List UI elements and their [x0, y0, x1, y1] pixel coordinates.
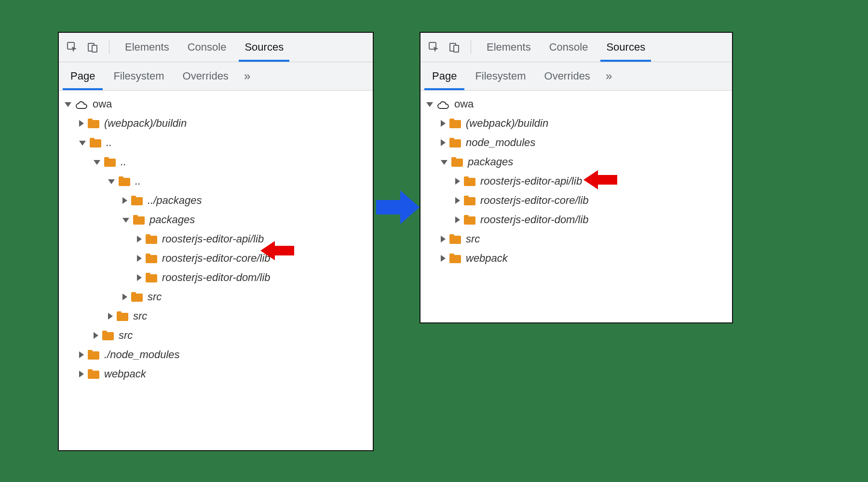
folder-icon — [146, 273, 157, 282]
disclosure-open-icon[interactable] — [108, 179, 115, 184]
folder-icon — [88, 350, 99, 360]
disclosure-closed-icon[interactable] — [79, 120, 84, 127]
tree-label: webpack — [104, 368, 146, 380]
tree-label: src — [133, 310, 147, 322]
tree-row[interactable]: roosterjs-editor-core/lib — [63, 249, 369, 268]
devtools-panel-left: Elements Console Sources Page Filesystem… — [58, 32, 374, 451]
cloud-icon — [437, 100, 449, 108]
toolbar-separator — [471, 40, 471, 54]
subtab-more-icon[interactable]: » — [239, 69, 255, 83]
tree-row[interactable]: webpack — [424, 249, 728, 268]
file-tree-right: owa (webpack)/buildin node_modules packa… — [420, 91, 732, 322]
subtab-page[interactable]: Page — [424, 62, 464, 90]
disclosure-open-icon[interactable] — [426, 102, 433, 107]
tree-label: owa — [93, 98, 112, 110]
disclosure-closed-icon[interactable] — [137, 274, 142, 281]
file-tree-left: owa (webpack)/buildin .. .. .. — [59, 91, 373, 450]
tree-row[interactable]: roosterjs-editor-core/lib — [424, 191, 728, 210]
device-toggle-icon[interactable] — [86, 40, 99, 54]
tab-console[interactable]: Console — [182, 33, 232, 62]
tree-row[interactable]: roosterjs-editor-dom/lib — [424, 210, 728, 229]
tree-row[interactable]: (webpack)/buildin — [424, 114, 728, 133]
sources-subbar: Page Filesystem Overrides » — [420, 62, 732, 91]
devtools-toolbar: Elements Console Sources — [59, 33, 373, 62]
tree-row[interactable]: roosterjs-editor-api/lib — [424, 172, 728, 191]
folder-icon — [133, 215, 145, 225]
devtools-panel-right: Elements Console Sources Page Filesystem… — [420, 32, 733, 323]
disclosure-closed-icon[interactable] — [455, 178, 460, 185]
tree-row[interactable]: ./node_modules — [63, 345, 369, 364]
inspect-icon[interactable] — [427, 40, 441, 54]
tree-row[interactable]: src — [63, 326, 369, 345]
sources-subbar: Page Filesystem Overrides » — [59, 62, 373, 91]
folder-icon — [117, 311, 128, 321]
disclosure-closed-icon[interactable] — [79, 371, 84, 377]
tree-row[interactable]: src — [63, 287, 369, 307]
tab-sources[interactable]: Sources — [600, 33, 651, 62]
folder-icon — [146, 254, 157, 263]
disclosure-closed-icon[interactable] — [137, 236, 142, 242]
tree-label: (webpack)/buildin — [104, 117, 187, 130]
tree-row[interactable]: .. — [63, 152, 369, 172]
disclosure-closed-icon[interactable] — [441, 236, 446, 242]
subtab-filesystem[interactable]: Filesystem — [106, 62, 172, 90]
tree-label: src — [148, 291, 162, 303]
tree-row[interactable]: webpack — [63, 364, 369, 384]
tree-row-packages[interactable]: packages — [424, 152, 728, 172]
disclosure-closed-icon[interactable] — [122, 294, 127, 300]
disclosure-closed-icon[interactable] — [441, 255, 446, 262]
tree-row[interactable]: .. — [63, 133, 369, 152]
disclosure-closed-icon[interactable] — [108, 313, 113, 320]
disclosure-open-icon[interactable] — [122, 218, 129, 223]
tree-row[interactable]: src — [63, 307, 369, 326]
disclosure-closed-icon[interactable] — [441, 139, 446, 146]
tree-label: packages — [149, 214, 195, 226]
devtools-toolbar: Elements Console Sources — [420, 33, 732, 62]
folder-icon — [90, 138, 101, 147]
disclosure-open-icon[interactable] — [94, 160, 100, 165]
folder-icon — [88, 119, 99, 128]
disclosure-open-icon[interactable] — [65, 102, 71, 107]
tree-label: .. — [135, 175, 141, 187]
tree-label: roosterjs-editor-api/lib — [480, 175, 582, 187]
disclosure-open-icon[interactable] — [441, 160, 448, 165]
tree-row-root[interactable]: owa — [63, 94, 369, 114]
folder-icon — [449, 234, 461, 244]
tree-row[interactable]: .. — [63, 172, 369, 191]
folder-icon — [88, 369, 99, 379]
tab-sources[interactable]: Sources — [239, 33, 289, 62]
tree-row-packages[interactable]: packages — [63, 210, 369, 229]
tree-label: roosterjs-editor-dom/lib — [480, 214, 589, 226]
subtab-page[interactable]: Page — [63, 62, 103, 90]
subtab-overrides[interactable]: Overrides — [537, 62, 598, 90]
disclosure-closed-icon[interactable] — [94, 332, 98, 339]
tree-row-root[interactable]: owa — [424, 94, 728, 114]
inspect-icon[interactable] — [66, 40, 79, 54]
tree-row[interactable]: ../packages — [63, 191, 369, 210]
tree-row[interactable]: (webpack)/buildin — [63, 114, 369, 133]
tab-elements[interactable]: Elements — [481, 33, 537, 62]
device-toggle-icon[interactable] — [448, 40, 461, 54]
folder-icon — [449, 254, 461, 263]
tree-row[interactable]: src — [424, 229, 728, 249]
disclosure-closed-icon[interactable] — [122, 197, 127, 204]
disclosure-closed-icon[interactable] — [441, 120, 446, 127]
disclosure-closed-icon[interactable] — [79, 351, 84, 358]
tree-row[interactable]: node_modules — [424, 133, 728, 152]
tree-row[interactable]: roosterjs-editor-dom/lib — [63, 268, 369, 287]
tree-label: src — [119, 329, 133, 342]
tab-elements[interactable]: Elements — [119, 33, 175, 62]
disclosure-open-icon[interactable] — [79, 141, 86, 146]
subtab-more-icon[interactable]: » — [601, 69, 617, 83]
disclosure-closed-icon[interactable] — [455, 216, 460, 223]
tree-row[interactable]: roosterjs-editor-api/lib — [63, 229, 369, 249]
disclosure-closed-icon[interactable] — [137, 255, 142, 262]
subtab-filesystem[interactable]: Filesystem — [467, 62, 533, 90]
tab-console[interactable]: Console — [543, 33, 594, 62]
tree-label: packages — [468, 156, 513, 168]
tree-label: roosterjs-editor-core/lib — [480, 194, 589, 207]
disclosure-closed-icon[interactable] — [455, 197, 460, 204]
tree-label: (webpack)/buildin — [466, 117, 548, 130]
subtab-overrides[interactable]: Overrides — [175, 62, 236, 90]
tree-label: roosterjs-editor-api/lib — [162, 233, 264, 245]
